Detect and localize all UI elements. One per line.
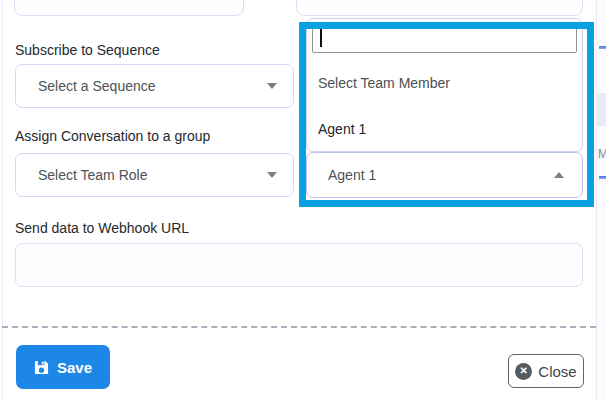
sequence-select-value: Select a Sequence [16, 78, 156, 94]
partial-letter: M [598, 147, 606, 161]
webhook-url-label: Send data to Webhook URL [15, 220, 189, 236]
cutoff-input-right[interactable] [296, 0, 583, 16]
link-fragment [599, 46, 606, 49]
subscribe-sequence-label: Subscribe to Sequence [15, 42, 160, 58]
chevron-up-icon [554, 172, 564, 178]
close-icon: ✕ [515, 363, 532, 380]
team-role-select-value: Select Team Role [16, 167, 147, 183]
save-button-label: Save [57, 359, 92, 376]
webhook-url-input[interactable] [15, 243, 583, 287]
dropdown-search-input[interactable] [312, 22, 577, 53]
team-role-select[interactable]: Select Team Role [15, 153, 294, 197]
save-icon [34, 360, 49, 375]
chevron-down-icon [267, 83, 277, 89]
text-cursor [320, 29, 322, 47]
team-member-select-value: Agent 1 [307, 167, 376, 183]
close-button-label: Close [538, 363, 576, 380]
cutoff-input-left[interactable] [14, 0, 244, 16]
dropdown-option-agent-1[interactable]: Agent 1 [307, 109, 582, 149]
chevron-down-icon [267, 172, 277, 178]
close-button[interactable]: ✕ Close [508, 354, 584, 388]
save-button[interactable]: Save [16, 345, 110, 389]
sequence-select[interactable]: Select a Sequence [15, 64, 294, 108]
link-fragment [599, 176, 606, 179]
modal-left-border [2, 0, 3, 401]
team-member-select[interactable]: Agent 1 [306, 152, 583, 198]
dropdown-option-select-team-member[interactable]: Select Team Member [307, 63, 582, 103]
dashed-divider [2, 326, 596, 328]
content-fragment [597, 93, 606, 126]
background-page-strip: M [596, 0, 606, 401]
assign-group-label: Assign Conversation to a group [15, 128, 210, 144]
team-member-dropdown-panel: Select Team Member Agent 1 [306, 18, 583, 152]
screen: Subscribe to Sequence Select a Sequence … [0, 0, 606, 401]
